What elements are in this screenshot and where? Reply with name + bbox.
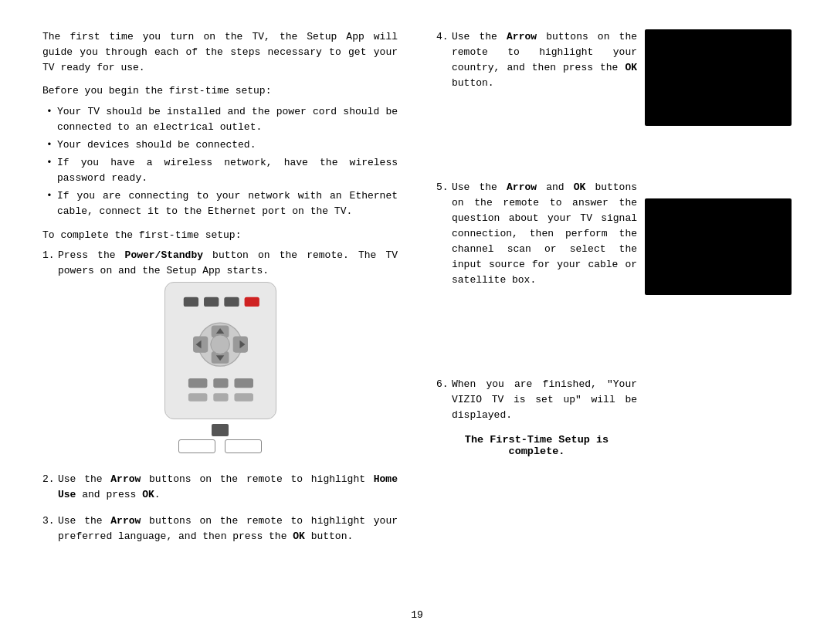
step-6: 6. When you are finished, "Your VIZIO TV… — [436, 377, 637, 423]
right-inner: 4. Use the Arrow buttons on the remote t… — [436, 29, 792, 460]
before-label: Before you begin the first-time setup: — [42, 83, 398, 99]
svg-rect-19 — [234, 393, 253, 402]
intro-text: The first time you turn on the TV, the S… — [42, 29, 398, 76]
step-num: 2. — [42, 472, 58, 503]
svg-point-13 — [210, 335, 229, 354]
step-num: 4. — [436, 29, 452, 92]
step-2: 2. Use the Arrow buttons on the remote t… — [42, 472, 398, 503]
step-content: Use the Arrow buttons on the remote to h… — [58, 514, 398, 544]
remote-area — [164, 282, 276, 453]
step-5: 5. Use the Arrow and OK buttons on the r… — [436, 180, 637, 289]
svg-rect-16 — [234, 378, 253, 388]
right-img-block — [637, 29, 792, 460]
bullet-item: If you are connecting to your network wi… — [46, 188, 398, 219]
bullet-list: Your TV should be installed and the powe… — [42, 104, 398, 220]
left-column: The first time you turn on the TV, the S… — [42, 29, 405, 602]
svg-rect-18 — [213, 393, 228, 402]
svg-rect-3 — [244, 297, 259, 307]
step-content: Use the Arrow buttons on the remote to h… — [58, 472, 398, 503]
two-buttons-area — [178, 439, 262, 453]
step-num: 5. — [436, 180, 452, 289]
left-text-block: 1. Press the Power/Standby button on the… — [42, 248, 398, 556]
svg-rect-15 — [213, 378, 228, 388]
svg-rect-14 — [188, 378, 207, 388]
svg-rect-17 — [188, 393, 207, 402]
pill-button-right — [225, 439, 262, 453]
right-text-block: 4. Use the Arrow buttons on the remote t… — [436, 29, 637, 460]
tv-screenshot-2 — [645, 198, 792, 295]
right-column: 4. Use the Arrow buttons on the remote t… — [429, 29, 792, 602]
completion-text: The First-Time Setup is complete. — [436, 434, 637, 457]
bullet-item: If you have a wireless network, have the… — [46, 155, 398, 186]
step-content: Use the Arrow and OK buttons on the remo… — [452, 180, 637, 289]
svg-rect-2 — [224, 297, 239, 307]
step-content: Press the Power/Standby button on the re… — [58, 248, 398, 279]
step-1: 1. Press the Power/Standby button on the… — [42, 248, 398, 279]
main-content: The first time you turn on the TV, the S… — [42, 29, 792, 602]
step-num: 3. — [42, 514, 58, 544]
bullet-item: Your TV should be installed and the powe… — [46, 104, 398, 135]
pill-button-left — [178, 439, 215, 453]
step-4: 4. Use the Arrow buttons on the remote t… — [436, 29, 637, 92]
step-3: 3. Use the Arrow buttons on the remote t… — [42, 514, 398, 544]
step-content: Use the Arrow buttons on the remote to h… — [452, 29, 637, 92]
small-icon — [212, 424, 229, 436]
step-num: 1. — [42, 248, 58, 279]
svg-rect-0 — [183, 297, 198, 307]
page: The first time you turn on the TV, the S… — [0, 0, 834, 644]
svg-rect-1 — [204, 297, 219, 307]
remote-illustration — [164, 282, 276, 419]
tv-screenshot-1 — [645, 29, 792, 126]
bullet-item: Your devices should be connected. — [46, 137, 398, 153]
page-number: 19 — [42, 609, 792, 621]
step-num: 6. — [436, 377, 452, 423]
complete-label: To complete the first-time setup: — [42, 228, 398, 243]
left-inner: 1. Press the Power/Standby button on the… — [42, 248, 398, 556]
step-content: When you are finished, "Your VIZIO TV is… — [452, 377, 637, 423]
